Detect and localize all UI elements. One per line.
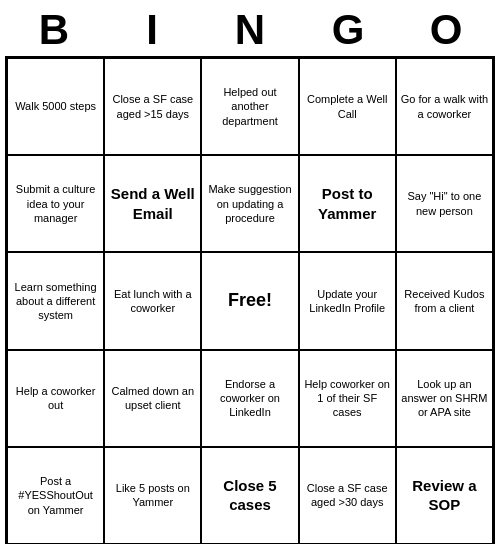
bingo-cell-9[interactable]: Say "Hi" to one new person: [396, 155, 493, 252]
bingo-cell-2[interactable]: Helped out another department: [201, 58, 298, 155]
bingo-cell-20[interactable]: Post a #YESShoutOut on Yammer: [7, 447, 104, 544]
bingo-cell-13[interactable]: Update your LinkedIn Profile: [299, 252, 396, 349]
bingo-cell-8[interactable]: Post to Yammer: [299, 155, 396, 252]
bingo-cell-3[interactable]: Complete a Well Call: [299, 58, 396, 155]
bingo-cell-14[interactable]: Received Kudos from a client: [396, 252, 493, 349]
title-letter-b: B: [24, 6, 84, 54]
bingo-cell-15[interactable]: Help a coworker out: [7, 350, 104, 447]
bingo-cell-11[interactable]: Eat lunch with a coworker: [104, 252, 201, 349]
bingo-title: BINGO: [5, 6, 495, 54]
bingo-cell-10[interactable]: Learn something about a different system: [7, 252, 104, 349]
bingo-cell-21[interactable]: Like 5 posts on Yammer: [104, 447, 201, 544]
bingo-cell-7[interactable]: Make suggestion on updating a procedure: [201, 155, 298, 252]
bingo-cell-22[interactable]: Close 5 cases: [201, 447, 298, 544]
bingo-cell-1[interactable]: Close a SF case aged >15 days: [104, 58, 201, 155]
bingo-cell-23[interactable]: Close a SF case aged >30 days: [299, 447, 396, 544]
bingo-cell-16[interactable]: Calmed down an upset client: [104, 350, 201, 447]
title-letter-n: N: [220, 6, 280, 54]
bingo-cell-5[interactable]: Submit a culture idea to your manager: [7, 155, 104, 252]
bingo-cell-6[interactable]: Send a Well Email: [104, 155, 201, 252]
title-letter-g: G: [318, 6, 378, 54]
bingo-cell-24[interactable]: Review a SOP: [396, 447, 493, 544]
bingo-cell-0[interactable]: Walk 5000 steps: [7, 58, 104, 155]
bingo-grid: Walk 5000 stepsClose a SF case aged >15 …: [5, 56, 495, 544]
bingo-cell-12[interactable]: Free!: [201, 252, 298, 349]
bingo-container: BINGO Walk 5000 stepsClose a SF case age…: [5, 6, 495, 544]
title-letter-o: O: [416, 6, 476, 54]
bingo-cell-19[interactable]: Look up an answer on SHRM or APA site: [396, 350, 493, 447]
bingo-cell-18[interactable]: Help coworker on 1 of their SF cases: [299, 350, 396, 447]
bingo-cell-4[interactable]: Go for a walk with a coworker: [396, 58, 493, 155]
title-letter-i: I: [122, 6, 182, 54]
bingo-cell-17[interactable]: Endorse a coworker on LinkedIn: [201, 350, 298, 447]
